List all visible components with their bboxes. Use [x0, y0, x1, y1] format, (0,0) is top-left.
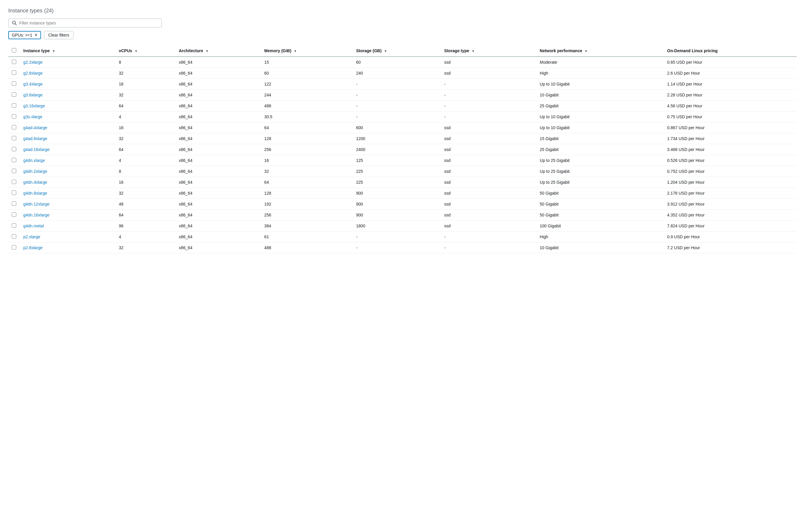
- row-checkbox-16[interactable]: [12, 234, 16, 239]
- row-checkbox-cell-0[interactable]: [8, 57, 20, 68]
- cell-storage-type-10: ssd: [441, 166, 536, 177]
- instance-type-link-9[interactable]: g4dn.xlarge: [23, 158, 45, 163]
- instance-type-link-8[interactable]: g4ad.16xlarge: [23, 147, 50, 152]
- instance-type-link-0[interactable]: g2.2xlarge: [23, 60, 42, 64]
- row-checkbox-cell-17[interactable]: [8, 242, 20, 253]
- select-all-checkbox[interactable]: [12, 48, 16, 53]
- clear-filters-button[interactable]: Clear filters: [44, 31, 74, 39]
- table-row: g4dn.metal 96 x86_64 384 1800 ssd 100 Gi…: [8, 221, 797, 231]
- instance-type-link-13[interactable]: g4dn.12xlarge: [23, 202, 50, 206]
- row-checkbox-11[interactable]: [12, 179, 16, 184]
- row-checkbox-cell-8[interactable]: [8, 144, 20, 155]
- row-checkbox-cell-5[interactable]: [8, 112, 20, 122]
- cell-network-performance-4: 25 Gigabit: [536, 100, 664, 112]
- col-header-storage-type[interactable]: Storage type ▼: [441, 45, 536, 57]
- instance-type-link-5[interactable]: g3s.xlarge: [23, 114, 42, 119]
- cell-architecture-6: x86_64: [175, 122, 261, 133]
- col-header-memory[interactable]: Memory (GiB) ▼: [261, 45, 353, 57]
- instance-type-link-14[interactable]: g4dn.16xlarge: [23, 213, 50, 217]
- search-bar: [8, 19, 162, 27]
- instance-type-link-4[interactable]: g3.16xlarge: [23, 103, 45, 108]
- cell-network-performance-11: Up to 25 Gigabit: [536, 177, 664, 188]
- instance-type-link-15[interactable]: g4dn.metal: [23, 224, 44, 228]
- cell-storage-type-17: -: [441, 242, 536, 253]
- row-checkbox-8[interactable]: [12, 147, 16, 151]
- cell-pricing-12: 2.176 USD per Hour: [664, 188, 797, 199]
- filter-input[interactable]: [19, 21, 158, 25]
- row-checkbox-15[interactable]: [12, 223, 16, 228]
- row-checkbox-1[interactable]: [12, 71, 16, 75]
- row-checkbox-9[interactable]: [12, 158, 16, 162]
- cell-architecture-17: x86_64: [175, 242, 261, 253]
- cell-pricing-2: 1.14 USD per Hour: [664, 79, 797, 90]
- row-checkbox-cell-15[interactable]: [8, 221, 20, 231]
- col-header-vcpus[interactable]: vCPUs ▼: [115, 45, 175, 57]
- cell-architecture-10: x86_64: [175, 166, 261, 177]
- table-row: g4dn.12xlarge 48 x86_64 192 900 ssd 50 G…: [8, 199, 797, 210]
- instance-type-link-1[interactable]: g2.8xlarge: [23, 71, 42, 76]
- col-header-network-performance[interactable]: Network performance ▼: [536, 45, 664, 57]
- cell-storage-type-9: ssd: [441, 155, 536, 166]
- row-checkbox-5[interactable]: [12, 114, 16, 118]
- row-checkbox-cell-7[interactable]: [8, 133, 20, 144]
- select-all-checkbox-cell[interactable]: [8, 45, 20, 57]
- row-checkbox-10[interactable]: [12, 169, 16, 173]
- instance-type-link-3[interactable]: g3.8xlarge: [23, 93, 42, 97]
- row-checkbox-cell-4[interactable]: [8, 100, 20, 112]
- cell-pricing-1: 2.6 USD per Hour: [664, 68, 797, 79]
- cell-architecture-8: x86_64: [175, 144, 261, 155]
- instance-types-table: Instance type ▼ vCPUs ▼ Architecture ▼ M…: [8, 45, 797, 253]
- row-checkbox-cell-14[interactable]: [8, 210, 20, 221]
- col-header-architecture[interactable]: Architecture ▼: [175, 45, 261, 57]
- cell-pricing-0: 0.65 USD per Hour: [664, 57, 797, 68]
- cell-architecture-2: x86_64: [175, 79, 261, 90]
- row-checkbox-6[interactable]: [12, 125, 16, 130]
- instance-type-link-10[interactable]: g4dn.2xlarge: [23, 169, 47, 174]
- sort-icon-architecture: ▼: [205, 49, 208, 53]
- row-checkbox-cell-11[interactable]: [8, 177, 20, 188]
- row-checkbox-14[interactable]: [12, 212, 16, 217]
- cell-instance-type-5: g3s.xlarge: [20, 112, 115, 122]
- row-checkbox-cell-10[interactable]: [8, 166, 20, 177]
- cell-network-performance-5: Up to 10 Gigabit: [536, 112, 664, 122]
- col-header-storage-gb[interactable]: Storage (GB) ▼: [353, 45, 441, 57]
- table-row: g4ad.4xlarge 16 x86_64 64 600 ssd Up to …: [8, 122, 797, 133]
- row-checkbox-12[interactable]: [12, 190, 16, 195]
- row-checkbox-cell-9[interactable]: [8, 155, 20, 166]
- cell-storage-gb-12: 900: [353, 188, 441, 199]
- row-checkbox-cell-3[interactable]: [8, 90, 20, 100]
- row-checkbox-cell-16[interactable]: [8, 231, 20, 242]
- cell-network-performance-6: Up to 10 Gigabit: [536, 122, 664, 133]
- filter-tag-close-button[interactable]: ×: [35, 33, 37, 37]
- cell-instance-type-6: g4ad.4xlarge: [20, 122, 115, 133]
- row-checkbox-cell-12[interactable]: [8, 188, 20, 199]
- row-checkbox-7[interactable]: [12, 136, 16, 140]
- row-checkbox-2[interactable]: [12, 81, 16, 86]
- table-row: g4ad.8xlarge 32 x86_64 128 1200 ssd 15 G…: [8, 133, 797, 144]
- row-checkbox-cell-13[interactable]: [8, 199, 20, 210]
- col-header-instance-type[interactable]: Instance type ▼: [20, 45, 115, 57]
- row-checkbox-13[interactable]: [12, 202, 16, 206]
- sort-icon-storage-gb: ▼: [384, 49, 387, 53]
- row-checkbox-3[interactable]: [12, 92, 16, 97]
- instance-type-link-16[interactable]: p2.xlarge: [23, 234, 40, 239]
- cell-network-performance-15: 100 Gigabit: [536, 221, 664, 231]
- cell-instance-type-11: g4dn.4xlarge: [20, 177, 115, 188]
- table-row: p2.xlarge 4 x86_64 61 - - High 0.9 USD p…: [8, 231, 797, 242]
- row-checkbox-cell-6[interactable]: [8, 122, 20, 133]
- row-checkbox-cell-1[interactable]: [8, 68, 20, 79]
- cell-storage-type-16: -: [441, 231, 536, 242]
- row-checkbox-17[interactable]: [12, 245, 16, 249]
- row-checkbox-4[interactable]: [12, 103, 16, 108]
- instance-type-link-7[interactable]: g4ad.8xlarge: [23, 136, 47, 141]
- instance-type-link-11[interactable]: g4dn.4xlarge: [23, 180, 47, 185]
- cell-network-performance-7: 15 Gigabit: [536, 133, 664, 144]
- row-checkbox-cell-2[interactable]: [8, 79, 20, 90]
- row-checkbox-0[interactable]: [12, 60, 16, 64]
- cell-instance-type-4: g3.16xlarge: [20, 100, 115, 112]
- instance-type-link-12[interactable]: g4dn.8xlarge: [23, 191, 47, 195]
- instance-type-link-6[interactable]: g4ad.4xlarge: [23, 125, 47, 130]
- instance-type-link-2[interactable]: g3.4xlarge: [23, 82, 42, 87]
- instance-type-link-17[interactable]: p2.8xlarge: [23, 245, 42, 250]
- cell-memory-13: 192: [261, 199, 353, 210]
